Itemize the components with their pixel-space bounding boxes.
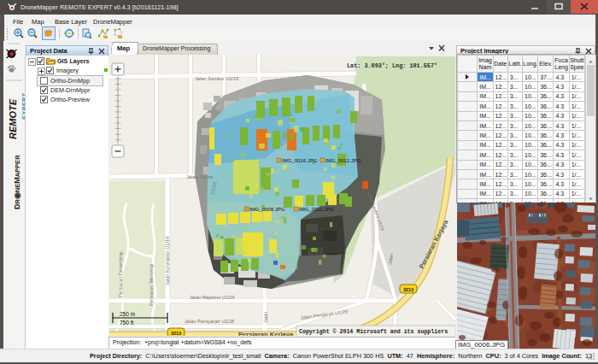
svg-text:IMG_0011.JPG: IMG_0011.JPG (299, 207, 334, 212)
svg-text:Jalan Majistret U1/26: Jalan Majistret U1/26 (190, 295, 235, 300)
svg-text:Persiaran Cemerlang: Persiaran Cemerlang (118, 252, 123, 297)
svg-text:IMG_0012.JPG: IMG_0012.JPG (325, 158, 361, 163)
svg-text:Jalan Pensyarah U1/28: Jalan Pensyarah U1/28 (185, 319, 234, 324)
svg-text:3213: 3213 (171, 331, 181, 336)
svg-text:Jalan Kontraktor U1/14: Jalan Kontraktor U1/14 (165, 237, 170, 285)
svg-text:3213: 3213 (403, 287, 413, 292)
svg-text:Jalan Jurura: Jalan Jurura (186, 174, 214, 179)
svg-text:750 ft: 750 ft (120, 320, 133, 326)
svg-text:Lat: 3.093°; Lng: 101.557°: Lat: 3.093°; Lng: 101.557° (347, 62, 437, 69)
svg-text:Jalan: Jalan (263, 312, 268, 323)
svg-text:Persiaran Teknologi: Persiaran Teknologi (149, 264, 154, 306)
svg-text:Jalan Junukur U1/19: Jalan Junukur U1/19 (195, 76, 238, 81)
svg-text:IMG_0016.JPG: IMG_0016.JPG (282, 158, 318, 163)
svg-text:Copyright © 2014 Microsoft and: Copyright © 2014 Microsoft and its suppl… (299, 328, 448, 335)
svg-text:250 m: 250 m (120, 311, 135, 317)
svg-text:IMG_0008.JPG: IMG_0008.JPG (249, 207, 285, 212)
svg-text:Persiaran Kerjaya: Persiaran Kerjaya (238, 331, 294, 336)
